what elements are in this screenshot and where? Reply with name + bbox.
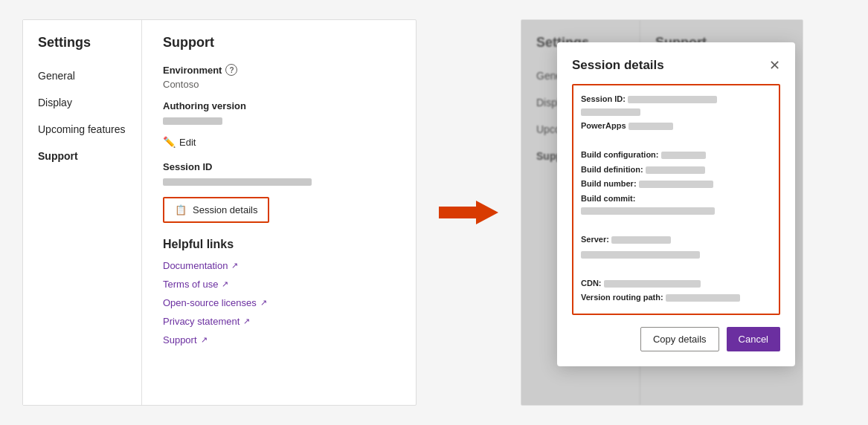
external-link-icon-doc: ↗ xyxy=(231,261,238,270)
session-details-icon: 📋 xyxy=(175,204,187,215)
external-link-icon-support: ↗ xyxy=(201,335,208,345)
sidebar-item-display[interactable]: Display xyxy=(23,89,141,116)
modal-server-url-line xyxy=(581,248,771,261)
environment-label: Environment ? xyxy=(163,64,395,76)
settings-title: Settings xyxy=(23,35,141,62)
session-details-modal: Session details ✕ Session ID: PowerApps xyxy=(557,42,795,366)
page-wrapper: Settings General Display Upcoming featur… xyxy=(0,4,868,421)
edit-icon: ✏️ xyxy=(163,136,176,148)
svg-marker-0 xyxy=(439,201,498,224)
modal-spacer xyxy=(581,134,771,147)
link-support[interactable]: Support ↗ xyxy=(163,334,395,345)
sidebar: Settings General Display Upcoming featur… xyxy=(23,20,142,405)
copy-details-button[interactable]: Copy details xyxy=(640,327,719,351)
modal-build-num-line: Build number: xyxy=(581,178,771,190)
session-details-button[interactable]: 📋 Session details xyxy=(163,197,269,223)
support-section-title: Support xyxy=(163,35,395,51)
session-id-blurred xyxy=(163,178,312,186)
external-link-icon-terms: ↗ xyxy=(222,279,228,289)
link-opensource[interactable]: Open-source licenses ↗ xyxy=(163,297,395,308)
authoring-value xyxy=(163,114,395,126)
modal-build-def-line: Build definition: xyxy=(581,163,771,176)
link-documentation[interactable]: Documentation ↗ xyxy=(163,260,395,271)
support-main-content: Support Environment ? Contoso Authoring … xyxy=(142,20,416,405)
build-num-val xyxy=(639,181,713,188)
modal-spacer3 xyxy=(581,262,771,275)
modal-body: Session ID: PowerApps Build configuratio… xyxy=(572,84,780,315)
modal-close-button[interactable]: ✕ xyxy=(769,57,780,74)
modal-server-line: Server: xyxy=(581,233,771,246)
left-panel: Settings General Display Upcoming featur… xyxy=(22,19,417,406)
link-terms-of-use[interactable]: Terms of use ↗ xyxy=(163,279,395,290)
build-config-val xyxy=(661,152,706,159)
modal-header: Session details ✕ xyxy=(572,57,780,74)
server-url-val xyxy=(581,251,700,259)
sidebar-item-upcoming-features[interactable]: Upcoming features xyxy=(23,116,141,143)
session-id-value xyxy=(163,175,395,186)
session-id-label: Session ID xyxy=(163,161,395,172)
helpful-links-title: Helpful links xyxy=(163,238,395,251)
powerapps-val xyxy=(629,123,673,130)
modal-version-routing-line: Version routing path: xyxy=(581,291,771,304)
server-val xyxy=(611,236,671,244)
cancel-button[interactable]: Cancel xyxy=(727,327,780,351)
arrow-container xyxy=(439,198,498,227)
right-panel: Settings General Display Upcoming featur… xyxy=(521,19,803,406)
link-privacy[interactable]: Privacy statement ↗ xyxy=(163,316,395,327)
session-id-val2 xyxy=(581,108,640,116)
modal-title: Session details xyxy=(572,58,664,73)
build-def-val xyxy=(646,166,705,174)
authoring-blurred xyxy=(163,117,222,125)
version-routing-val xyxy=(666,294,740,302)
authoring-label: Authoring version xyxy=(163,100,395,111)
environment-info-icon: ? xyxy=(225,64,237,76)
modal-footer: Copy details Cancel xyxy=(572,327,780,351)
modal-overlay: Session details ✕ Session ID: PowerApps xyxy=(521,20,803,405)
environment-value: Contoso xyxy=(163,79,395,90)
modal-session-id-line: Session ID: xyxy=(581,93,771,117)
sidebar-item-general[interactable]: General xyxy=(23,62,141,89)
modal-spacer2 xyxy=(581,219,771,232)
arrow-icon xyxy=(439,198,498,227)
session-id-val xyxy=(628,96,717,103)
sidebar-item-support[interactable]: Support xyxy=(23,143,141,169)
modal-build-config-line: Build configuration: xyxy=(581,149,771,161)
modal-cdn-line: CDN: xyxy=(581,277,771,290)
modal-build-commit-line: Build commit: xyxy=(581,192,771,217)
cdn-val xyxy=(604,280,701,288)
modal-powerapps-line: PowerApps xyxy=(581,120,771,132)
build-commit-val xyxy=(581,207,715,215)
external-link-icon-oss: ↗ xyxy=(260,298,267,308)
external-link-icon-privacy: ↗ xyxy=(243,317,250,326)
edit-button[interactable]: ✏️ Edit xyxy=(163,136,196,148)
